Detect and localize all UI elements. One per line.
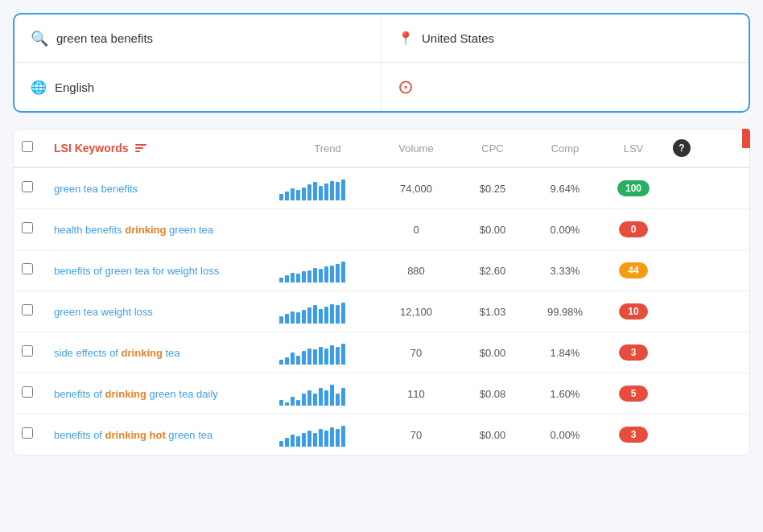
table-row: benefits of drinking green tea daily 110… xyxy=(14,373,749,414)
trend-bar xyxy=(319,429,323,447)
lsv-cell: 0 xyxy=(601,221,666,237)
search-box: 🔍 green tea benefits 📍 United States 🌐 E… xyxy=(13,13,750,113)
trend-chart xyxy=(279,176,376,200)
trend-bar xyxy=(279,360,283,365)
lsv-badge: 44 xyxy=(619,262,648,278)
table-row: side effects of drinking tea 70 $0.00 1.… xyxy=(14,332,749,373)
trend-bar xyxy=(302,188,306,200)
trend-bar xyxy=(313,268,317,282)
table-row: benefits of drinking hot green tea 70 $0… xyxy=(14,414,749,455)
trend-bar xyxy=(302,271,306,282)
keyword-text[interactable]: benefits of drinking hot green tea xyxy=(54,429,279,441)
cpc-value: $0.00 xyxy=(456,347,529,359)
trend-bar xyxy=(341,344,345,365)
keyword-text[interactable]: benefits of drinking green tea daily xyxy=(54,388,279,400)
search-icon: 🔍 xyxy=(31,30,48,47)
cpc-value: $1.03 xyxy=(456,306,529,318)
keyword-text[interactable]: green tea benefits xyxy=(54,183,279,195)
row-checkbox-cell[interactable] xyxy=(22,345,54,360)
cpc-value: $2.60 xyxy=(456,265,529,277)
comp-value: 0.00% xyxy=(529,224,601,236)
trend-chart xyxy=(279,381,376,406)
row-checkbox-cell[interactable] xyxy=(22,263,54,278)
location-value: United States xyxy=(422,31,494,45)
keyword-text[interactable]: green tea weight loss xyxy=(54,306,279,318)
row-checkbox[interactable] xyxy=(22,386,33,398)
trend-bar xyxy=(330,181,334,200)
trend-bar xyxy=(324,307,328,324)
table-row: benefits of green tea for weight loss 88… xyxy=(14,250,749,291)
row-checkbox[interactable] xyxy=(22,181,33,192)
header-help[interactable]: ? xyxy=(666,139,698,157)
keyword-text[interactable]: benefits of green tea for weight loss xyxy=(54,265,279,277)
trend-cell xyxy=(279,299,376,324)
trend-chart xyxy=(279,299,376,324)
cpc-value: $0.00 xyxy=(456,224,529,236)
trend-cell xyxy=(279,258,376,282)
trend-bar xyxy=(291,435,295,447)
lsv-cell: 44 xyxy=(601,262,666,278)
trend-bar xyxy=(319,309,323,324)
trend-chart xyxy=(279,217,376,241)
filter-icon[interactable] xyxy=(135,144,146,152)
login-cell[interactable]: ⊙ xyxy=(382,63,749,111)
row-checkbox-cell[interactable] xyxy=(22,304,54,319)
location-cell: 📍 United States xyxy=(382,14,749,63)
trend-cell xyxy=(279,340,376,365)
row-checkbox[interactable] xyxy=(22,427,33,439)
row-checkbox[interactable] xyxy=(22,222,33,233)
comp-value: 3.33% xyxy=(529,265,601,277)
row-checkbox[interactable] xyxy=(22,304,33,315)
trend-cell xyxy=(279,176,376,200)
trend-bar xyxy=(341,179,345,200)
trend-bar xyxy=(330,427,334,447)
trend-bar xyxy=(319,347,323,365)
row-checkbox[interactable] xyxy=(22,345,33,357)
trend-bar xyxy=(313,182,317,200)
keyword-cell: 🔍 green tea benefits xyxy=(14,14,382,63)
header-checkbox-cell[interactable] xyxy=(22,141,54,155)
trend-bar xyxy=(279,400,283,406)
trend-bar xyxy=(336,394,340,406)
volume-value: 110 xyxy=(376,388,456,400)
trend-cell xyxy=(279,423,376,447)
help-icon[interactable]: ? xyxy=(673,139,691,157)
trend-bar xyxy=(313,305,317,324)
row-checkbox[interactable] xyxy=(22,263,33,274)
language-icon: 🌐 xyxy=(31,80,47,95)
comp-value: 99.98% xyxy=(529,306,601,318)
trend-bar xyxy=(324,266,328,282)
row-checkbox-cell[interactable] xyxy=(22,427,54,442)
table-row: green tea benefits 74,000 $0.25 9.64% 10… xyxy=(14,168,749,209)
trend-bar xyxy=(313,394,317,406)
trend-bar xyxy=(313,349,317,365)
trend-bar xyxy=(330,385,334,406)
row-checkbox-cell[interactable] xyxy=(22,181,54,196)
trend-cell xyxy=(279,217,376,241)
table-row: green tea weight loss 12,100 $1.03 99.98… xyxy=(14,291,749,332)
lsv-badge: 0 xyxy=(619,221,648,237)
row-checkbox-cell[interactable] xyxy=(22,386,54,401)
trend-bar xyxy=(324,184,328,200)
trend-bar xyxy=(313,433,317,447)
header-trend: Trend xyxy=(279,142,376,155)
trend-bar xyxy=(330,345,334,365)
trend-chart xyxy=(279,423,376,447)
keyword-text[interactable]: health benefits drinking green tea xyxy=(54,224,279,236)
lsv-cell: 100 xyxy=(601,180,666,196)
lsv-badge: 3 xyxy=(619,427,648,443)
trend-bar xyxy=(330,304,334,324)
trend-bar xyxy=(291,273,295,282)
comp-value: 1.84% xyxy=(529,347,601,359)
login-icon[interactable]: ⊙ xyxy=(398,76,414,98)
keyword-text[interactable]: side effects of drinking tea xyxy=(54,347,279,359)
red-accent-bar xyxy=(742,129,750,148)
trend-bar xyxy=(341,426,345,447)
keywords-table: LSI Keywords Trend Volume CPC Comp LSV ?… xyxy=(13,129,750,456)
select-all-checkbox[interactable] xyxy=(22,141,33,152)
trend-bar xyxy=(336,182,340,200)
trend-bar xyxy=(302,310,306,324)
volume-value: 74,000 xyxy=(376,183,456,195)
row-checkbox-cell[interactable] xyxy=(22,222,54,237)
volume-value: 12,100 xyxy=(376,306,456,318)
